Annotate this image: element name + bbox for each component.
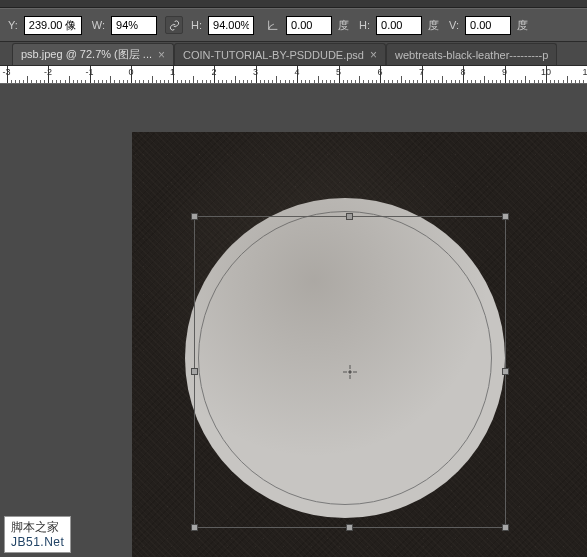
transform-center-icon[interactable] (343, 365, 357, 379)
h-input[interactable] (208, 16, 254, 35)
ruler-tick-label: 7 (419, 67, 424, 77)
tab-label: COIN-TUTORIAL-BY-PSDDUDE.psd (183, 49, 364, 61)
canvas-viewport[interactable] (0, 84, 587, 557)
ruler-tick-label: 6 (377, 67, 382, 77)
leather-texture-layer (132, 132, 587, 557)
vskew-label: V: (449, 19, 459, 31)
ruler-tick-label: -2 (44, 67, 52, 77)
hskew-input[interactable] (376, 16, 422, 35)
ruler-tick-label: 3 (253, 67, 258, 77)
close-icon[interactable]: × (370, 48, 377, 62)
transform-handle-tm[interactable] (346, 213, 353, 220)
ruler-tick-label: 8 (460, 67, 465, 77)
tab-label: psb.jpeg @ 72.7% (图层 ... (21, 47, 152, 62)
document-tabs: psb.jpeg @ 72.7% (图层 ... × COIN-TUTORIAL… (0, 42, 587, 66)
ruler-tick-label: 11 (582, 67, 587, 77)
tab-label: webtreats-black-leather---------p (395, 49, 548, 61)
coin-shape-outer (185, 198, 505, 518)
hskew-label: H: (359, 19, 370, 31)
vskew-unit: 度 (517, 18, 528, 33)
y-input[interactable] (24, 16, 82, 35)
transform-handle-tr[interactable] (502, 213, 509, 220)
w-label: W: (92, 19, 105, 31)
svg-point-4 (349, 371, 351, 373)
horizontal-ruler[interactable]: -3-2-101234567891011 (0, 66, 587, 84)
angle-icon (266, 18, 280, 32)
watermark: 脚本之家 JB51.Net (4, 516, 71, 553)
w-input[interactable] (111, 16, 157, 35)
link-aspect-icon[interactable] (165, 16, 183, 34)
vskew-input[interactable] (465, 16, 511, 35)
ruler-tick-label: -1 (85, 67, 93, 77)
free-transform-bounding-box[interactable] (194, 216, 506, 528)
watermark-line2: JB51.Net (11, 535, 64, 549)
coin-shape-inner-ring (198, 211, 492, 505)
watermark-line1: 脚本之家 (11, 520, 64, 534)
h-label: H: (191, 19, 202, 31)
transform-handle-ml[interactable] (191, 368, 198, 375)
transform-handle-bm[interactable] (346, 524, 353, 531)
ruler-tick-label: 0 (128, 67, 133, 77)
angle-input[interactable] (286, 16, 332, 35)
document-canvas[interactable] (132, 132, 587, 557)
y-label: Y: (8, 19, 18, 31)
ruler-tick-label: 1 (170, 67, 175, 77)
transform-handle-mr[interactable] (502, 368, 509, 375)
menu-bar (0, 0, 587, 8)
ruler-tick-label: 4 (294, 67, 299, 77)
hskew-unit: 度 (428, 18, 439, 33)
ruler-tick-label: -3 (2, 67, 10, 77)
close-icon[interactable]: × (158, 48, 165, 62)
ruler-tick-label: 2 (211, 67, 216, 77)
transform-handle-bl[interactable] (191, 524, 198, 531)
ruler-tick-label: 9 (502, 67, 507, 77)
transform-handle-tl[interactable] (191, 213, 198, 220)
transform-handle-br[interactable] (502, 524, 509, 531)
ruler-tick-label: 10 (541, 67, 551, 77)
transform-options-bar: Y: W: H: 度 H: 度 V: 度 (0, 8, 587, 42)
ruler-tick-label: 5 (336, 67, 341, 77)
tab-1[interactable]: COIN-TUTORIAL-BY-PSDDUDE.psd × (174, 43, 386, 65)
angle-unit: 度 (338, 18, 349, 33)
tab-0[interactable]: psb.jpeg @ 72.7% (图层 ... × (12, 43, 174, 65)
tab-2[interactable]: webtreats-black-leather---------p (386, 43, 557, 65)
